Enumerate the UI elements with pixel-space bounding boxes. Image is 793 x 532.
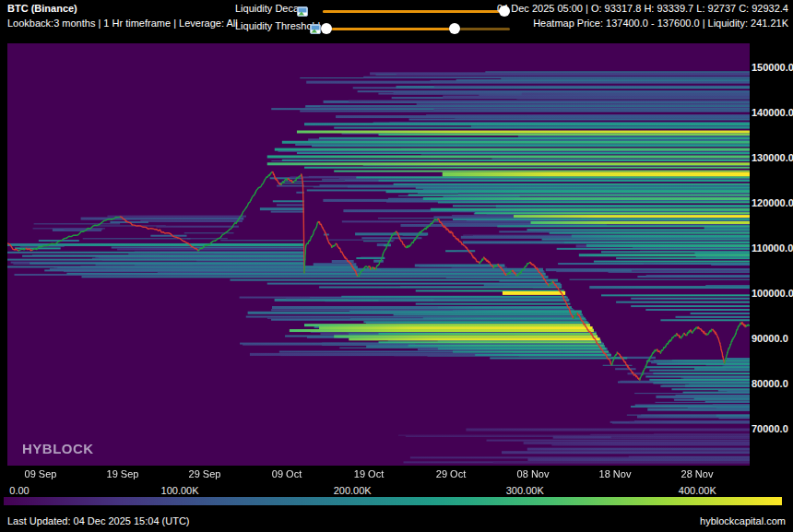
colorbar-tick-label: 400.00K [679,485,716,496]
y-axis-label: 80000.0 [752,378,788,389]
x-axis-label: 09 Sep [25,468,57,479]
y-axis-label: 120000.0 [752,197,793,208]
last-updated-text: Last Updated: 04 Dec 2025 15:04 (UTC) [7,515,190,526]
heatmap-price-readout: Heatmap Price: 137400.0 - 137600.0 | Liq… [533,18,788,30]
hyblock-watermark: HYBLOCK [22,441,94,456]
x-axis-label: 18 Nov [599,468,632,479]
x-axis-label: 29 Sep [189,468,221,479]
colorbar-tick-label: 200.00K [334,485,372,496]
y-axis-label: 110000.0 [752,242,793,254]
x-axis-label: 29 Oct [436,468,466,479]
y-axis-label: 90000.0 [752,333,788,344]
site-credit-text: hyblockcapital.com [700,515,786,526]
colorbar-tick-label: 300.00K [506,485,544,496]
y-axis-label: 150000.0 [752,62,793,73]
decay-tooltip-icon[interactable] [297,4,308,14]
x-axis-label: 19 Sep [107,468,139,479]
liquidity-threshold-slider[interactable] [325,22,510,35]
threshold-slider-thumb-high[interactable] [449,23,460,34]
x-axis-label: 08 Nov [517,468,550,479]
colorbar-tick-label: 0.00 [9,485,29,496]
liquidity-decay-slider[interactable] [323,5,510,18]
liquidity-heatmap-app: BTC (Binance) Lookback:3 months | 1 Hr t… [0,0,793,532]
symbol-title: BTC (Binance) [7,3,77,15]
x-axis-label: 09 Oct [272,468,302,479]
lookback-settings-text: Lookback:3 months | 1 Hr timeframe | Lev… [7,18,238,30]
threshold-slider-thumb-low[interactable] [321,23,332,34]
liquidity-decay-label: Liquidity Decay [235,3,304,15]
liquidity-heatmap-canvas[interactable] [7,43,750,466]
y-axis-label: 100000.0 [752,288,793,299]
threshold-tooltip-icon[interactable] [310,21,321,31]
threshold-slider-fill [326,28,455,30]
x-axis-label: 19 Oct [354,468,384,479]
x-axis-label: 28 Nov [681,468,714,479]
y-axis-label: 140000.0 [752,107,793,118]
decay-slider-fill [323,10,504,13]
liquidity-threshold-label: Liquidity Threshold [235,20,320,32]
colorbar-tick-label: 100.00K [161,485,199,496]
y-axis-label: 70000.0 [752,423,788,434]
liquidity-colorbar [4,497,782,505]
ohlc-readout: 04 Dec 2025 05:00 | O: 93317.8 H: 93339.… [497,3,788,15]
y-axis-label: 130000.0 [752,152,793,163]
